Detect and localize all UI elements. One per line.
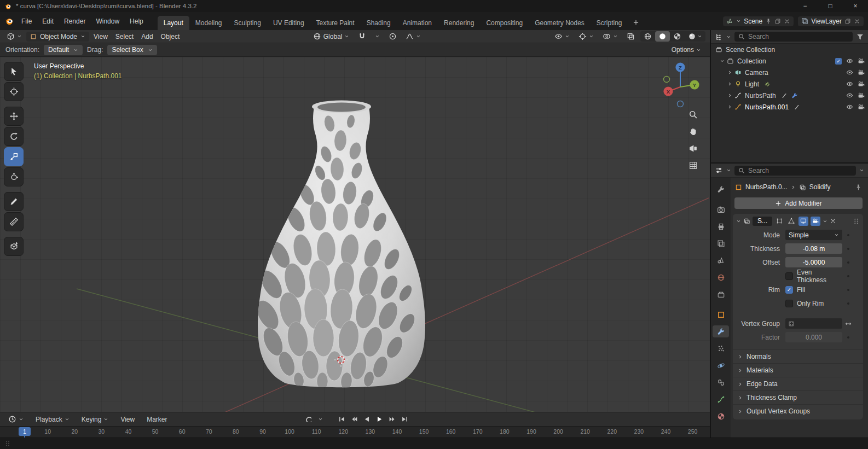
tab-tool[interactable] (713, 183, 729, 195)
expand-arrow-icon[interactable] (720, 59, 725, 63)
collapse-arrow-icon[interactable] (727, 81, 732, 86)
object-visibility-dropdown[interactable] (551, 31, 573, 42)
chevron-down-icon[interactable] (726, 168, 731, 173)
viewlayer-selector[interactable]: ViewLayer (798, 16, 864, 26)
previous-keyframe-button[interactable] (349, 414, 360, 424)
eye-icon[interactable] (846, 103, 853, 110)
tab-uv-editing[interactable]: UV Editing (267, 16, 310, 30)
menu-help[interactable]: Help (125, 15, 148, 27)
menu-playback[interactable]: Playback (32, 414, 73, 425)
gizmos-dropdown[interactable] (575, 31, 597, 42)
show-on-cage-toggle[interactable] (774, 217, 784, 226)
tool-add-cube[interactable] (4, 237, 24, 256)
tab-modifiers[interactable] (713, 325, 729, 337)
collapse-arrow-icon[interactable] (727, 104, 732, 109)
vase-object[interactable] (252, 101, 425, 390)
animate-dot[interactable] (847, 289, 849, 291)
orientation-select[interactable]: Default (44, 45, 83, 55)
tool-scale[interactable] (4, 147, 24, 166)
tool-move[interactable] (4, 107, 24, 126)
tool-cursor[interactable] (4, 82, 24, 101)
tab-scene[interactable] (713, 254, 729, 266)
pin-icon[interactable] (855, 184, 862, 191)
new-scene-icon[interactable] (774, 18, 781, 25)
animate-dot[interactable] (847, 248, 849, 250)
tab-material[interactable] (713, 410, 729, 422)
tool-annotate[interactable] (4, 192, 24, 211)
new-viewlayer-icon[interactable] (844, 18, 851, 25)
outliner-row-nurbspath-001[interactable]: NurbsPath.001 (711, 101, 868, 113)
remove-viewlayer-icon[interactable] (854, 18, 860, 25)
realtime-display-toggle[interactable] (798, 217, 808, 226)
playhead[interactable]: 1 (19, 427, 31, 436)
add-modifier-button[interactable]: Add Modifier (734, 197, 863, 209)
render-visibility-icon[interactable] (858, 92, 865, 99)
properties-search-input[interactable]: Search (734, 166, 856, 176)
tab-scripting[interactable]: Scripting (591, 16, 628, 30)
shading-wireframe-button[interactable] (640, 31, 655, 42)
auto-keying-dropdown[interactable] (315, 414, 326, 424)
snap-toggle[interactable] (355, 31, 369, 42)
vertex-group-field[interactable] (785, 318, 842, 329)
proportional-editing-toggle[interactable] (385, 31, 400, 42)
menu-file[interactable]: File (16, 15, 37, 27)
section-thickness-clamp[interactable]: Thickness Clamp (733, 390, 863, 404)
render-visibility-icon[interactable] (858, 80, 865, 88)
close-icon[interactable] (830, 218, 836, 224)
expand-arrow-icon[interactable] (736, 219, 741, 224)
modifier-name-field[interactable]: S... (753, 217, 772, 226)
render-visibility-icon[interactable] (858, 69, 865, 76)
modifier-extras-dropdown[interactable] (823, 219, 828, 224)
gizmo-axis-negative[interactable] (678, 101, 684, 107)
unlink-scene-icon[interactable] (784, 18, 790, 25)
menu-add[interactable]: Add (138, 32, 156, 42)
collection-checkbox[interactable]: ✓ (835, 58, 842, 65)
tab-object-data[interactable] (713, 393, 729, 405)
editor-type-button[interactable] (3, 31, 25, 42)
eye-icon[interactable] (846, 80, 853, 88)
tab-object[interactable] (713, 308, 729, 320)
tab-geometry-nodes[interactable]: Geometry Nodes (529, 16, 591, 30)
mode-dropdown[interactable]: Object Mode (26, 32, 89, 42)
outliner-row-nurbspath[interactable]: NurbsPath (711, 90, 868, 101)
shading-material-button[interactable] (670, 31, 685, 42)
chevron-down-icon[interactable] (859, 168, 864, 173)
render-visibility-icon[interactable] (858, 103, 865, 110)
eye-icon[interactable] (846, 92, 853, 99)
tool-measure[interactable] (4, 212, 24, 231)
play-reverse-button[interactable] (361, 414, 373, 424)
properties-editor-icon[interactable] (715, 166, 723, 174)
pin-scene-icon[interactable] (765, 18, 772, 25)
outliner-search-input[interactable]: Search (734, 32, 853, 42)
menu-view[interactable]: View (90, 32, 111, 42)
close-button[interactable]: × (843, 0, 868, 12)
tool-transform[interactable] (4, 167, 24, 186)
eye-icon[interactable] (846, 57, 853, 65)
viewport-3d[interactable]: User Perspective (1) Collection | NurbsP… (0, 57, 710, 412)
drag-handle-icon[interactable] (853, 218, 860, 225)
invert-vertex-group-icon[interactable] (845, 320, 852, 327)
options-dropdown[interactable]: Options (668, 45, 704, 55)
pan-hand-icon[interactable] (688, 127, 698, 136)
thickness-field[interactable]: -0.08 m (785, 243, 842, 254)
tool-rotate[interactable] (4, 127, 24, 146)
eye-icon[interactable] (846, 69, 853, 76)
animate-dot[interactable] (847, 261, 849, 264)
auto-keying-toggle[interactable] (302, 414, 314, 424)
tab-output[interactable] (713, 220, 729, 232)
tab-layout[interactable]: Layout (158, 16, 189, 30)
tab-render[interactable] (713, 203, 729, 215)
factor-field[interactable]: 0.000 (785, 332, 842, 342)
shading-solid-button[interactable] (655, 31, 670, 42)
maximize-button[interactable]: □ (818, 0, 843, 12)
menu-window[interactable]: Window (91, 15, 124, 27)
play-button[interactable] (374, 414, 385, 424)
filter-funnel-icon[interactable] (856, 33, 864, 41)
orientation-dropdown[interactable]: Global (310, 31, 353, 42)
outliner-row-light[interactable]: Light (711, 78, 868, 90)
animate-dot[interactable] (847, 275, 849, 277)
drag-select[interactable]: Select Box (107, 45, 157, 55)
timeline-editor-type-button[interactable] (4, 413, 27, 425)
outliner-row-camera[interactable]: Camera (711, 67, 868, 78)
section-output-vertex-groups[interactable]: Output Vertex Groups (733, 404, 863, 418)
